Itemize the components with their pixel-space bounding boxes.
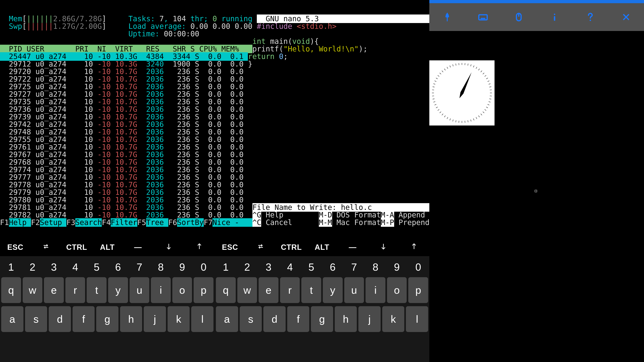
key-t[interactable]: t bbox=[87, 277, 106, 303]
key-h[interactable]: h bbox=[120, 306, 142, 332]
htop-fn-key[interactable]: F1 bbox=[0, 218, 9, 227]
key-e[interactable]: e bbox=[258, 277, 278, 303]
nano-shortcut-key[interactable]: ^G bbox=[252, 211, 262, 219]
htop-process-row[interactable]: 29778 u0_a274 10 -10 10.7G 2036 236 S 0.… bbox=[0, 181, 429, 189]
htop-process-row[interactable]: 29768 u0_a274 10 -10 10.7G 2036 236 S 0.… bbox=[0, 158, 429, 166]
htop-fn-key[interactable]: F7 bbox=[204, 218, 213, 227]
extra-key-swap[interactable] bbox=[247, 243, 274, 252]
key-y[interactable]: y bbox=[323, 277, 343, 303]
key-i[interactable]: i bbox=[151, 277, 171, 303]
htop-process-row[interactable]: 29735 u0_a274 10 -10 10.7G 2036 236 S 0.… bbox=[0, 98, 429, 106]
htop-fn-key[interactable]: F6 bbox=[168, 218, 177, 227]
key-9[interactable]: 9 bbox=[387, 260, 407, 274]
key-j[interactable]: j bbox=[144, 306, 166, 332]
key-5[interactable]: 5 bbox=[87, 260, 106, 274]
nano-filename-prompt[interactable]: File Name to Write: hello.c bbox=[252, 203, 372, 212]
key-6[interactable]: 6 bbox=[108, 260, 128, 274]
key-l[interactable]: l bbox=[406, 306, 428, 332]
nano-shortcut-key[interactable]: M-P bbox=[381, 218, 394, 227]
key-f[interactable]: f bbox=[287, 306, 310, 332]
key-5[interactable]: 5 bbox=[301, 260, 321, 274]
key-o[interactable]: o bbox=[172, 277, 192, 303]
htop-process-row[interactable]: 29722 u0_a274 10 -10 10.7G 2036 236 S 0.… bbox=[0, 75, 429, 83]
htop-process-row[interactable]: 29712 u0_a274 10 -10 10.3G 3240 1900 S 0… bbox=[0, 60, 429, 68]
nano-shortcut-key[interactable]: M-D bbox=[319, 211, 332, 219]
htop-process-row[interactable]: 29739 u0_a274 10 -10 10.7G 2036 236 S 0.… bbox=[0, 113, 429, 121]
htop-process-row[interactable]: 29777 u0_a274 10 -10 10.7G 2036 236 S 0.… bbox=[0, 174, 429, 181]
htop-process-row[interactable]: 29720 u0_a274 10 -10 10.7G 2036 236 S 0.… bbox=[0, 68, 429, 75]
extra-key-alt[interactable]: ALT bbox=[94, 243, 121, 252]
htop-process-row[interactable]: 29774 u0_a274 10 -10 10.7G 2036 236 S 0.… bbox=[0, 166, 429, 174]
key-r[interactable]: r bbox=[280, 277, 300, 303]
key-g[interactable]: g bbox=[311, 306, 333, 332]
key-2[interactable]: 2 bbox=[23, 260, 42, 274]
info-icon[interactable] bbox=[546, 8, 564, 26]
key-y[interactable]: y bbox=[108, 277, 128, 303]
key-i[interactable]: i bbox=[366, 277, 386, 303]
key-k[interactable]: k bbox=[382, 306, 404, 332]
key-w[interactable]: w bbox=[23, 277, 42, 303]
htop-process-row[interactable]: 29736 u0_a274 10 -10 10.7G 2036 236 S 0.… bbox=[0, 106, 429, 113]
key-h[interactable]: h bbox=[335, 306, 357, 332]
extra-key-ctrl[interactable]: CTRL bbox=[63, 243, 91, 252]
help-icon[interactable] bbox=[582, 8, 599, 26]
htop-process-row[interactable]: 29779 u0_a274 10 -10 10.7G 2036 236 S 0.… bbox=[0, 189, 429, 196]
htop-process-row[interactable]: 29780 u0_a274 10 -10 10.7G 2036 236 S 0.… bbox=[0, 196, 429, 204]
htop-process-row[interactable]: 29727 u0_a274 10 -10 10.7G 2036 236 S 0.… bbox=[0, 90, 429, 98]
key-3[interactable]: 3 bbox=[44, 260, 64, 274]
htop-process-row[interactable]: 29767 u0_a274 10 -10 10.7G 2036 236 S 0.… bbox=[0, 151, 429, 158]
key-f[interactable]: f bbox=[72, 306, 95, 332]
extra-key-swap[interactable] bbox=[32, 243, 60, 252]
key-s[interactable]: s bbox=[25, 306, 47, 332]
key-3[interactable]: 3 bbox=[258, 260, 278, 274]
extra-key-alt[interactable]: ALT bbox=[308, 243, 336, 252]
key-l[interactable]: l bbox=[191, 306, 214, 332]
key-g[interactable]: g bbox=[96, 306, 118, 332]
key-7[interactable]: 7 bbox=[344, 260, 364, 274]
extra-key-—[interactable]: — bbox=[339, 243, 366, 252]
htop-process-row[interactable]: F1Help F2Setup F3SearchF4FilterF5Tree F6… bbox=[0, 219, 429, 226]
pin-icon[interactable] bbox=[438, 8, 456, 26]
key-e[interactable]: e bbox=[44, 277, 64, 303]
htop-process-row[interactable]: 25447 u0_a274 10 -10 10.3G 4384 3344 S 0… bbox=[0, 53, 429, 60]
htop-fn-key[interactable]: F5 bbox=[137, 218, 146, 227]
key-u[interactable]: u bbox=[130, 277, 150, 303]
nano-shortcut-key[interactable]: M-M bbox=[319, 218, 332, 227]
key-k[interactable]: k bbox=[168, 306, 190, 332]
terminal-area[interactable]: Mem[||||||2.86G/7.28G] Tasks: 7, 104 thr… bbox=[0, 0, 429, 234]
nano-shortcut-key[interactable]: M-A bbox=[381, 211, 394, 219]
key-u[interactable]: u bbox=[344, 277, 364, 303]
key-d[interactable]: d bbox=[263, 306, 286, 332]
key-d[interactable]: d bbox=[49, 306, 71, 332]
key-r[interactable]: r bbox=[66, 277, 85, 303]
htop-process-row[interactable]: 29742 u0_a274 10 -10 10.7G 2036 236 S 0.… bbox=[0, 121, 429, 128]
htop-process-row[interactable]: 29761 u0_a274 10 -10 10.7G 2036 236 S 0.… bbox=[0, 143, 429, 151]
extra-key-esc[interactable]: ESC bbox=[216, 243, 244, 252]
key-1[interactable]: 1 bbox=[216, 260, 236, 274]
key-0[interactable]: 0 bbox=[194, 260, 214, 274]
key-1[interactable]: 1 bbox=[1, 260, 21, 274]
key-8[interactable]: 8 bbox=[151, 260, 171, 274]
htop-fn-key[interactable]: F4 bbox=[102, 218, 111, 227]
keyboard-icon[interactable] bbox=[474, 8, 492, 26]
extra-key-↑[interactable] bbox=[186, 243, 213, 252]
extra-key-↓[interactable] bbox=[370, 243, 397, 252]
key-9[interactable]: 9 bbox=[172, 260, 192, 274]
key-j[interactable]: j bbox=[358, 306, 381, 332]
extra-key-↑[interactable] bbox=[400, 243, 428, 252]
key-s[interactable]: s bbox=[240, 306, 262, 332]
key-a[interactable]: a bbox=[1, 306, 24, 332]
htop-process-row[interactable]: 29782 u0_a274 10 -10 10.7G 2036 236 S 0.… bbox=[0, 211, 429, 219]
extra-key-↓[interactable] bbox=[155, 243, 183, 252]
key-q[interactable]: q bbox=[216, 277, 236, 303]
key-o[interactable]: o bbox=[387, 277, 407, 303]
close-icon[interactable] bbox=[617, 8, 635, 26]
key-p[interactable]: p bbox=[408, 277, 428, 303]
key-q[interactable]: q bbox=[1, 277, 21, 303]
key-7[interactable]: 7 bbox=[130, 260, 150, 274]
nano-shortcut-key[interactable]: ^C bbox=[252, 218, 262, 227]
htop-process-row[interactable]: 29725 u0_a274 10 -10 10.7G 2036 236 S 0.… bbox=[0, 83, 429, 90]
htop-fn-key[interactable]: F2 bbox=[31, 218, 40, 227]
remote-desktop[interactable] bbox=[429, 31, 644, 362]
key-4[interactable]: 4 bbox=[280, 260, 300, 274]
